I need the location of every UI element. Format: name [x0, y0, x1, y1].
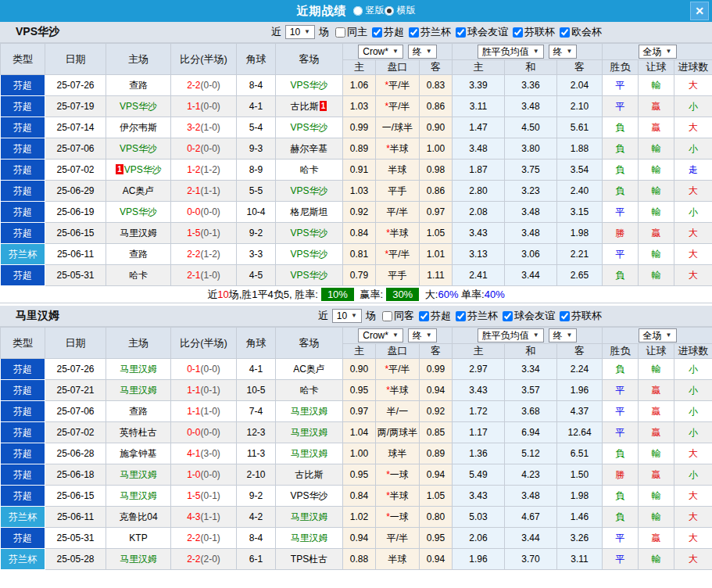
chevron-down-icon: ▼	[666, 45, 672, 58]
result-handicap: 贏	[639, 401, 674, 422]
home-team-name: VPS华沙	[124, 164, 162, 175]
match-date: 25-06-28	[45, 443, 106, 464]
corner-score: 4-2	[237, 507, 276, 528]
avg-win: 2.80	[453, 181, 505, 202]
full-score: 0-2	[187, 143, 200, 154]
home-team: VPS华沙	[106, 202, 171, 223]
close-button[interactable]: ✕	[690, 2, 709, 20]
league-checkbox[interactable]	[456, 27, 466, 38]
red-card-icon: 1	[116, 164, 123, 174]
same-venue-filter[interactable]: 同客	[379, 309, 414, 323]
match-date: 25-05-31	[45, 265, 106, 286]
sub-col-header: 主	[343, 344, 376, 359]
avg-win: 2.41	[453, 265, 505, 286]
match-count-select[interactable]: 10▼	[332, 309, 362, 323]
league-label: 球会友谊	[514, 309, 555, 323]
result-handicap: 輸	[639, 138, 674, 160]
col-header: 主场	[106, 328, 171, 359]
match-date: 25-07-19	[45, 96, 106, 117]
crow-home-odds: 0.92	[343, 202, 376, 223]
full-match-select[interactable]: 全场▼	[639, 328, 677, 342]
match-date: 25-05-31	[45, 528, 106, 549]
league-filter[interactable]: 欧会杯	[556, 25, 602, 39]
header-row: 类型日期主场比分(半场)角球客场Crow*▼终▼胜平负均值▼终▼全场▼	[1, 328, 712, 344]
league-checkbox[interactable]	[503, 311, 513, 321]
league-filter[interactable]: 芬超	[416, 309, 451, 323]
away-team-name: VPS华沙	[290, 228, 327, 238]
home-team-name: 马里汉姆	[120, 385, 157, 396]
league-filter[interactable]: 球会友谊	[499, 309, 555, 323]
match-count-select[interactable]: 10▼	[285, 25, 315, 39]
match-score: 4-3(1-1)	[171, 507, 237, 528]
result-wdl: 平	[603, 202, 639, 223]
final-odds-select[interactable]: 终▼	[408, 328, 437, 342]
match-score: 2-2(1-2)	[171, 244, 237, 265]
home-team-name: 查路	[129, 80, 148, 91]
match-date: 25-06-11	[45, 507, 106, 528]
group-header: 胜平负均值▼终▼	[453, 44, 603, 60]
result-wdl: 負	[603, 160, 639, 181]
home-team: VPS华沙	[106, 96, 171, 117]
chevron-down-icon: ▼	[567, 45, 573, 58]
near-label: 近	[318, 309, 328, 323]
handicap-text: 平/半	[388, 101, 410, 112]
avg-draw: 3.23	[505, 181, 557, 202]
avg-odds-select[interactable]: 胜平负均值▼	[478, 328, 544, 342]
half-score: (0-1)	[201, 385, 220, 396]
layout-radio-vertical[interactable]: 竖版	[353, 4, 385, 17]
corner-score: 5-5	[237, 181, 276, 202]
layout-radio-group: 竖版横版	[353, 4, 416, 18]
odds-company-select[interactable]: Crow*▼	[358, 45, 403, 59]
avg-odds-select[interactable]: 胜平负均值▼	[478, 45, 544, 59]
avg-final-select[interactable]: 终▼	[549, 45, 578, 59]
col-header: 类型	[1, 328, 45, 359]
full-score: 4-3	[187, 511, 200, 522]
league-checkbox[interactable]	[372, 27, 382, 38]
half-score: (0-1)	[201, 532, 220, 543]
league-label: 球会友谊	[467, 25, 508, 39]
league-filter[interactable]: 芬联杯	[510, 25, 555, 39]
league-filter[interactable]: 芬兰杯	[406, 25, 451, 39]
home-team-name: 查路	[129, 249, 148, 260]
result-wdl: 負	[603, 359, 639, 380]
layout-radio-horizontal[interactable]: 横版	[385, 4, 416, 17]
odds-company-select[interactable]: Crow*▼	[358, 328, 403, 342]
same-venue-filter[interactable]: 同主	[332, 25, 367, 39]
away-team: 马里汉姆	[276, 443, 343, 464]
league-checkbox[interactable]	[560, 27, 570, 38]
same-venue-checkbox[interactable]	[335, 27, 345, 38]
league-filter[interactable]: 芬联杯	[556, 309, 602, 323]
home-team: 1VPS华沙	[106, 160, 171, 181]
league-checkbox[interactable]	[560, 311, 570, 321]
crow-away-odds: 0.97	[420, 202, 453, 223]
match-score: 0-0(0-0)	[171, 202, 237, 223]
chevron-down-icon: ▼	[426, 329, 432, 342]
league-checkbox[interactable]	[456, 311, 466, 321]
final-odds-select[interactable]: 终▼	[408, 45, 437, 59]
league-filter[interactable]: 芬兰杯	[453, 309, 498, 323]
full-score: 2-2	[187, 532, 200, 543]
sub-col-header: 客	[557, 344, 603, 359]
crow-home-odds: 0.94	[343, 528, 376, 549]
same-venue-checkbox[interactable]	[382, 311, 392, 321]
league-filter[interactable]: 球会友谊	[453, 25, 508, 39]
home-team-name: 马里汉姆	[120, 554, 157, 565]
league-checkbox[interactable]	[419, 311, 429, 321]
match-date: 25-07-21	[45, 380, 106, 401]
table-row: 芬超25-07-14伊尔韦斯3-2(1-0)5-4VPS华沙0.99一/球半0.…	[1, 117, 712, 138]
avg-final-select[interactable]: 终▼	[549, 328, 578, 342]
league-checkbox[interactable]	[409, 27, 419, 38]
league-filter[interactable]: 芬超	[369, 25, 404, 39]
table-row: 芬兰杯25-05-28马里汉姆2-2(2-0)6-1TPS杜古0.88半球0.9…	[1, 549, 712, 570]
avg-lose: 4.37	[557, 401, 603, 422]
result-wdl: 平	[603, 528, 639, 549]
summary-segment: 场,胜1平4负5, 胜率:	[229, 288, 318, 302]
chevron-down-icon: ▼	[426, 45, 432, 58]
final-odds-select-label: 终	[413, 45, 422, 58]
league-checkbox[interactable]	[513, 27, 523, 38]
full-match-select[interactable]: 全场▼	[639, 45, 677, 59]
avg-win: 3.43	[453, 223, 505, 244]
summary-segment: 30%	[386, 288, 419, 301]
sub-col-header: 盘口	[376, 344, 420, 359]
away-team-name: 赫尔辛基	[291, 143, 328, 154]
